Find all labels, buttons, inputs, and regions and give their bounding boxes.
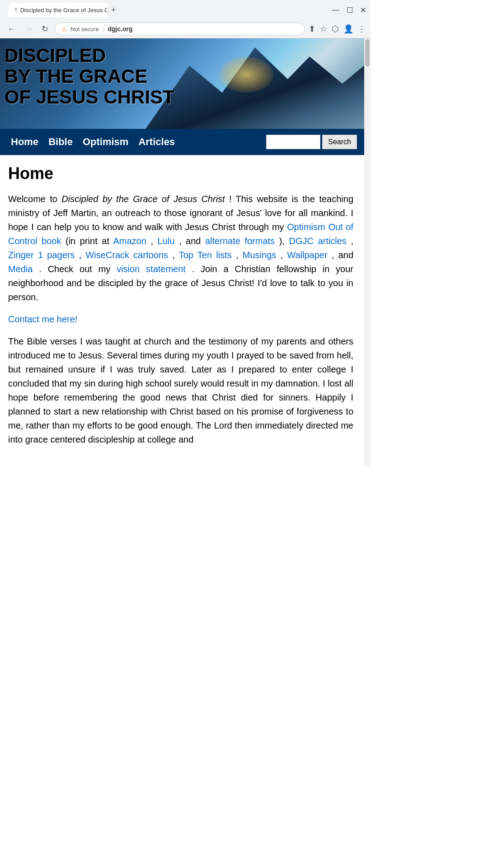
text-comma5: , <box>236 250 243 260</box>
tab-bar: † Discipled by the Grace of Jesus C ✕ + <box>5 3 328 17</box>
search-input[interactable] <box>266 135 320 149</box>
intro-paragraph: Welcome to Discipled by the Grace of Jes… <box>8 192 353 304</box>
scrollbar[interactable] <box>364 38 371 466</box>
address-domain: dgjc.org <box>108 25 298 33</box>
header-line3: OF JESUS CHRIST <box>5 87 174 108</box>
intro-welcome: Welcome to <box>8 194 61 204</box>
link-dgjc-articles[interactable]: DGJC articles <box>289 236 346 246</box>
maximize-button[interactable]: ☐ <box>347 6 353 14</box>
text-comma6: , <box>281 250 287 260</box>
site-header-title: DISCIPLED BY THE GRACE OF JESUS CHRIST <box>5 45 174 108</box>
link-alternate-formats[interactable]: alternate formats <box>205 236 275 246</box>
title-bar: † Discipled by the Grace of Jesus C ✕ + … <box>0 0 371 20</box>
header-glow <box>219 57 273 93</box>
contact-link[interactable]: Contact me here! <box>8 314 353 325</box>
link-amazon[interactable]: Amazon <box>113 236 146 246</box>
nav-home[interactable]: Home <box>7 134 42 150</box>
bookmark-icon[interactable]: ☆ <box>320 24 327 34</box>
new-tab-button[interactable]: + <box>108 4 120 17</box>
site-header-banner: DISCIPLED BY THE GRACE OF JESUS CHRIST <box>0 38 364 129</box>
toolbar-icons: ⬆ ☆ ⬡ 👤 ⋮ <box>309 24 366 34</box>
extensions-icon[interactable]: ⬡ <box>332 24 339 34</box>
site-navigation: Home Bible Optimism Articles Search <box>0 129 364 155</box>
second-paragraph: The Bible verses I was taught at church … <box>8 335 353 447</box>
text-and2: , and <box>332 250 353 260</box>
text-comma2: , <box>351 236 353 246</box>
page-title: Home <box>8 164 353 183</box>
site-content: DISCIPLED BY THE GRACE OF JESUS CHRIST H… <box>0 38 364 466</box>
scrollbar-thumb[interactable] <box>365 39 370 66</box>
link-wisecrack[interactable]: WiseCrack cartoons <box>85 250 168 260</box>
share-icon[interactable]: ⬆ <box>309 24 315 34</box>
link-lulu[interactable]: Lulu <box>158 236 175 246</box>
minimize-button[interactable]: — <box>332 6 339 14</box>
link-wallpaper[interactable]: Wallpaper <box>287 250 327 260</box>
link-topten[interactable]: Top Ten lists <box>179 250 232 260</box>
link-zinger-1pagers[interactable]: Zinger 1 pagers <box>8 250 75 260</box>
nav-optimism[interactable]: Optimism <box>79 134 132 150</box>
header-line2: BY THE GRACE <box>5 66 174 87</box>
link-vision-statement[interactable]: vision statement <box>117 264 186 274</box>
page-wrapper: DISCIPLED BY THE GRACE OF JESUS CHRIST H… <box>0 38 371 466</box>
nav-articles[interactable]: Articles <box>135 134 178 150</box>
refresh-button[interactable]: ↻ <box>39 23 51 35</box>
main-content: Home Welcome to Discipled by the Grace o… <box>0 155 361 466</box>
text-comma3: , <box>79 250 86 260</box>
tab-favicon: † <box>14 7 18 13</box>
address-bar-row: ← → ↻ ⚠ Not secure | dgjc.org ⬆ ☆ ⬡ 👤 ⋮ <box>0 20 371 38</box>
address-bar[interactable]: ⚠ Not secure | dgjc.org <box>55 23 305 35</box>
text-comma1: , <box>150 236 157 246</box>
profile-icon[interactable]: 👤 <box>343 24 353 34</box>
text-in-print: (in print at <box>66 236 113 246</box>
close-button[interactable]: ✕ <box>360 6 366 14</box>
text-and: , and <box>179 236 205 246</box>
back-button[interactable]: ← <box>5 24 18 35</box>
window-controls: — ☐ ✕ <box>332 6 366 14</box>
link-media[interactable]: Media <box>8 264 33 274</box>
text-check: . Check out my <box>39 264 117 274</box>
tab-title: Discipled by the Grace of Jesus C <box>20 7 108 14</box>
search-form: Search <box>266 135 357 149</box>
text-comma4: , <box>172 250 178 260</box>
security-icon: ⚠ <box>61 26 67 33</box>
menu-icon[interactable]: ⋮ <box>358 24 366 34</box>
nav-bible[interactable]: Bible <box>45 134 76 150</box>
site-name-italic: Discipled by the Grace of Jesus Christ <box>61 194 225 204</box>
header-line1: DISCIPLED <box>5 45 174 66</box>
active-tab[interactable]: † Discipled by the Grace of Jesus C ✕ <box>8 3 108 17</box>
forward-button[interactable]: → <box>22 24 35 35</box>
link-musings[interactable]: Musings <box>243 250 276 260</box>
browser-chrome: † Discipled by the Grace of Jesus C ✕ + … <box>0 0 371 38</box>
security-text: Not secure <box>70 26 99 33</box>
text-paren: ), <box>279 236 289 246</box>
search-button[interactable]: Search <box>322 135 357 149</box>
